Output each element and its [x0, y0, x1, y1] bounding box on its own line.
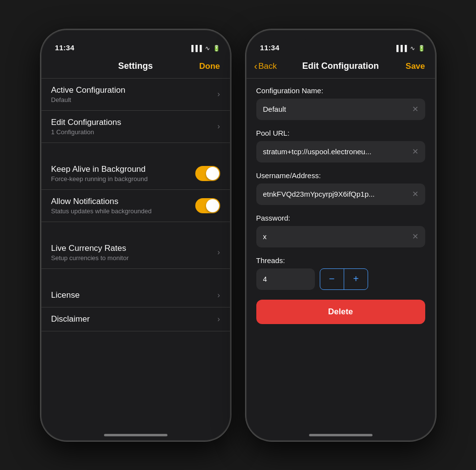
settings-content: Active Configuration Default › Edit Conf…	[41, 79, 230, 440]
allow-notif-toggle[interactable]	[195, 198, 220, 213]
disclaimer-title: Disclaimer	[51, 314, 218, 324]
keep-alive-toggle[interactable]	[195, 166, 220, 181]
settings-screen: 11:34 ▐▐▐ ∿ 🔋 Settings Done Active Confi…	[41, 30, 230, 440]
increment-button[interactable]: +	[344, 269, 368, 289]
edit-config-title: Edit Configurations	[51, 118, 218, 127]
signal-icon: ▐▐▐	[189, 45, 202, 52]
section-config: Active Configuration Default › Edit Conf…	[41, 79, 230, 143]
config-name-label: Configuration Name:	[256, 86, 425, 95]
password-input[interactable]: x ✕	[256, 226, 425, 247]
status-bar-2: 11:34 ▐▐▐ ∿ 🔋	[247, 30, 435, 55]
threads-input[interactable]: 4	[256, 268, 315, 290]
save-button[interactable]: Save	[406, 61, 425, 71]
section-gap-1	[41, 143, 230, 158]
threads-group: Threads: 4 − +	[256, 256, 425, 290]
phone-power-btn	[230, 143, 231, 186]
chevron-left-icon: ‹	[254, 61, 258, 72]
pool-url-label: Pool URL:	[256, 129, 425, 137]
section-currency: Live Currency Rates Setup currencies to …	[41, 237, 230, 269]
password-label: Password:	[256, 214, 425, 222]
edit-config-content: Edit Configurations 1 Configuration	[51, 118, 218, 136]
live-currency-item[interactable]: Live Currency Rates Setup currencies to …	[41, 237, 230, 269]
active-configuration-item[interactable]: Active Configuration Default ›	[41, 79, 230, 111]
delete-label: Delete	[328, 307, 353, 317]
section-legal: License › Disclaimer ›	[41, 284, 230, 331]
keep-alive-right	[195, 166, 220, 181]
edit-form: Configuration Name: Default ✕ Pool URL: …	[247, 79, 435, 440]
edit-config-subtitle: 1 Configuration	[51, 128, 218, 136]
decrement-button[interactable]: −	[320, 269, 344, 289]
threads-value: 4	[263, 275, 267, 283]
status-time-2: 11:34	[260, 43, 280, 52]
back-button[interactable]: ‹ Back	[254, 61, 277, 72]
license-item[interactable]: License ›	[41, 284, 230, 307]
edit-config-title: Edit Configuration	[302, 61, 379, 71]
pool-url-group: Pool URL: stratum+tcp://uspool.electrone…	[256, 129, 425, 163]
license-content: License	[51, 290, 218, 300]
chevron-icon: ›	[217, 248, 220, 257]
signal-icon-2: ▐▐▐	[394, 45, 407, 52]
edit-configurations-item[interactable]: Edit Configurations 1 Configuration ›	[41, 111, 230, 143]
password-value: x	[263, 232, 267, 241]
keep-alive-item[interactable]: Keep Alive in Background Force-keep runn…	[41, 158, 230, 190]
allow-notif-subtitle: Status updates while backgrounded	[51, 207, 195, 215]
status-icons: ▐▐▐ ∿ 🔋	[189, 45, 220, 52]
pool-url-clear-icon[interactable]: ✕	[412, 147, 418, 156]
chevron-icon: ›	[217, 291, 220, 300]
config-name-input[interactable]: Default ✕	[256, 99, 425, 120]
keep-alive-subtitle: Force-keep running in background	[51, 175, 195, 183]
threads-label: Threads:	[256, 256, 425, 265]
status-icons-2: ▐▐▐ ∿ 🔋	[394, 45, 425, 52]
status-time: 11:34	[55, 43, 75, 52]
battery-icon: 🔋	[213, 45, 220, 52]
edit-config-screen: 11:34 ▐▐▐ ∿ 🔋 ‹ Back Edit Configuration …	[247, 30, 435, 440]
phone-edit-config: 11:34 ▐▐▐ ∿ 🔋 ‹ Back Edit Configuration …	[246, 29, 436, 441]
password-clear-icon[interactable]: ✕	[412, 232, 418, 241]
username-clear-icon[interactable]: ✕	[412, 189, 418, 199]
increment-label: +	[353, 273, 359, 285]
chevron-icon: ›	[217, 122, 220, 131]
threads-row: 4 − +	[256, 268, 425, 290]
section-gap-3	[41, 269, 230, 284]
phone-settings: 11:34 ▐▐▐ ∿ 🔋 Settings Done Active Confi…	[41, 29, 231, 441]
edit-config-right: ›	[217, 122, 220, 131]
active-config-content: Active Configuration Default	[51, 85, 218, 103]
back-label: Back	[258, 61, 277, 71]
allow-notifications-item[interactable]: Allow Notifications Status updates while…	[41, 190, 230, 222]
delete-button[interactable]: Delete	[256, 300, 425, 324]
username-input[interactable]: etnkFVQd23mYpcyrpj9X6ifQp1p... ✕	[256, 184, 425, 205]
config-name-value: Default	[263, 105, 287, 113]
allow-notif-content: Allow Notifications Status updates while…	[51, 197, 195, 215]
battery-icon-2: 🔋	[418, 45, 425, 52]
done-button[interactable]: Done	[199, 61, 220, 71]
pool-url-input[interactable]: stratum+tcp://uspool.electroneu... ✕	[256, 141, 425, 163]
active-config-title: Active Configuration	[51, 85, 218, 95]
keep-alive-content: Keep Alive in Background Force-keep runn…	[51, 164, 195, 183]
settings-nav-bar: Settings Done	[41, 55, 230, 78]
decrement-label: −	[329, 273, 335, 285]
currency-right: ›	[217, 248, 220, 257]
section-gap-2	[41, 222, 230, 237]
disclaimer-item[interactable]: Disclaimer ›	[41, 307, 230, 331]
license-right: ›	[217, 291, 220, 300]
threads-stepper: − +	[320, 268, 369, 290]
active-config-subtitle: Default	[51, 96, 218, 103]
chevron-icon: ›	[217, 90, 220, 99]
chevron-icon: ›	[217, 315, 220, 324]
password-group: Password: x ✕	[256, 214, 425, 247]
license-title: License	[51, 290, 218, 300]
pool-url-value: stratum+tcp://uspool.electroneu...	[263, 147, 372, 156]
wifi-icon-2: ∿	[410, 45, 415, 52]
username-value: etnkFVQd23mYpcyrpj9X6ifQp1p...	[263, 190, 375, 198]
currency-content: Live Currency Rates Setup currencies to …	[51, 244, 218, 262]
disclaimer-content: Disclaimer	[51, 314, 218, 324]
section-background: Keep Alive in Background Force-keep runn…	[41, 158, 230, 222]
keep-alive-title: Keep Alive in Background	[51, 164, 195, 174]
currency-subtitle: Setup currencies to monitor	[51, 254, 218, 262]
username-group: Username/Address: etnkFVQd23mYpcyrpj9X6i…	[256, 171, 425, 205]
phone-power-btn	[435, 143, 436, 186]
config-name-group: Configuration Name: Default ✕	[256, 86, 425, 120]
status-bar: 11:34 ▐▐▐ ∿ 🔋	[41, 30, 230, 55]
config-name-clear-icon[interactable]: ✕	[412, 104, 418, 114]
home-indicator	[104, 434, 167, 436]
